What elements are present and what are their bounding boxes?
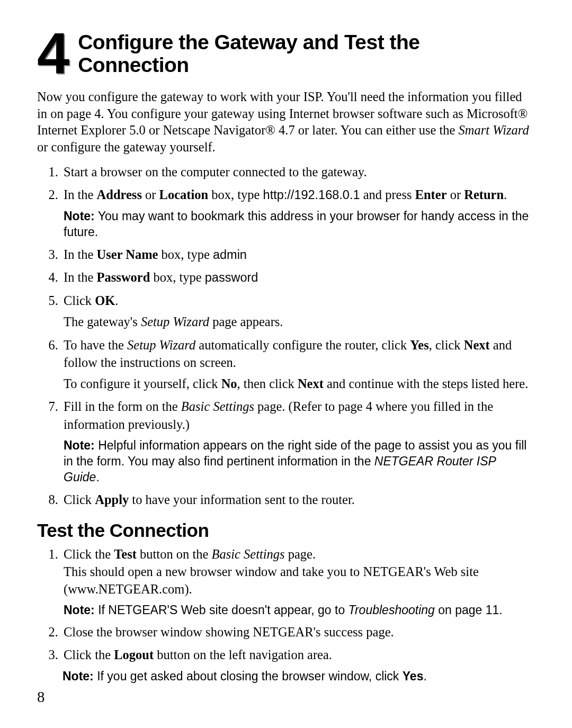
- t: Setup Wizard: [141, 314, 209, 329]
- t: Apply: [95, 492, 129, 507]
- t: Setup Wizard: [127, 338, 195, 352]
- step-2-note: Note: You may want to bookmark this addr…: [64, 208, 535, 240]
- t: to have your information sent to the rou…: [129, 492, 355, 507]
- t: , then click: [237, 376, 298, 391]
- steps-list-a: Start a browser on the computer connecte…: [37, 163, 535, 508]
- note-italic: Troubleshooting: [348, 603, 435, 617]
- note-label: Note:: [64, 438, 95, 452]
- t: Yes: [403, 669, 424, 683]
- note-text: on page 11.: [435, 603, 503, 617]
- steps-list-b: Click the Test button on the Basic Setti…: [37, 545, 535, 664]
- test-step-3: Click the Logout button on the left navi…: [61, 646, 535, 663]
- t: Test: [114, 547, 137, 561]
- t: To have the: [64, 338, 127, 352]
- t: Basic Settings: [211, 547, 284, 561]
- step-1: Start a browser on the computer connecte…: [61, 163, 535, 181]
- step-6: To have the Setup Wizard automatically c…: [61, 336, 535, 393]
- t: and continue with the steps listed here.: [324, 376, 528, 391]
- t: box, type: [208, 187, 263, 202]
- section-title: Configure the Gateway and Test the Conne…: [78, 29, 535, 77]
- t: .: [423, 669, 426, 683]
- t: Logout: [114, 648, 154, 662]
- t: Yes: [410, 338, 428, 352]
- step-7-note: Note: Helpful information appears on the…: [64, 437, 535, 486]
- intro-text-b: or configure the gateway yourself.: [37, 140, 216, 154]
- note-text: You may want to bookmark this address in…: [64, 209, 529, 239]
- t: .: [504, 187, 507, 202]
- section-header: 4 Configure the Gateway and Test the Con…: [37, 29, 535, 77]
- t: or: [142, 187, 159, 202]
- step-2: In the Address or Location box, type htt…: [61, 186, 535, 240]
- page-number: 8: [37, 688, 45, 706]
- t: Click the: [64, 547, 114, 561]
- t: page.: [285, 547, 316, 561]
- t: In the: [64, 187, 97, 202]
- t: .: [115, 293, 118, 308]
- intro-smart-wizard: Smart Wizard: [459, 123, 529, 137]
- t: The gateway's: [64, 314, 141, 329]
- t: Click: [64, 293, 95, 308]
- step-4: In the Password box, type password: [61, 268, 535, 286]
- footer-note: Note: If you get asked about closing the…: [62, 669, 535, 685]
- t: admin: [213, 248, 247, 262]
- t: Address: [97, 187, 142, 202]
- t: No: [221, 376, 237, 391]
- step-8: Click Apply to have your information sen…: [61, 491, 535, 508]
- t: button on the: [137, 547, 212, 561]
- intro-text-a: Now you configure the gateway to work wi…: [37, 89, 528, 138]
- test-step-1-note: Note: If NETGEAR'S Web site doesn't appe…: [64, 602, 535, 618]
- section-number: 4: [37, 30, 68, 76]
- subheading: Test the Connection: [37, 520, 535, 541]
- step-5-sub: The gateway's Setup Wizard page appears.: [64, 313, 535, 331]
- t: Next: [298, 376, 324, 391]
- note-text: If NETGEAR'S Web site doesn't appear, go…: [95, 603, 348, 617]
- note-label: Note:: [62, 669, 94, 683]
- t: In the: [64, 247, 97, 262]
- t: Next: [464, 338, 490, 352]
- t: and press: [360, 187, 415, 202]
- t: Location: [159, 187, 209, 202]
- t: OK: [95, 293, 115, 308]
- t: If you get asked about closing the brows…: [94, 669, 403, 683]
- step-6-sub: To configure it yourself, click No, then…: [64, 375, 535, 393]
- t: box, type: [158, 247, 212, 262]
- t: Password: [97, 270, 150, 284]
- step-3: In the User Name box, type admin: [61, 246, 535, 264]
- t: button on the left navigation area.: [154, 648, 332, 662]
- test-step-2: Close the browser window showing NETGEAR…: [61, 623, 535, 641]
- step-5: Click OK. The gateway's Setup Wizard pag…: [61, 292, 535, 331]
- t: Enter: [415, 187, 447, 202]
- t: In the: [64, 270, 97, 284]
- page: 4 Configure the Gateway and Test the Con…: [0, 0, 572, 728]
- t: Click the: [64, 648, 114, 662]
- note-label: Note:: [64, 603, 95, 617]
- test-step-1-sub: This should open a new browser window an…: [64, 563, 535, 598]
- t: box, type: [150, 270, 204, 284]
- t: automatically configure the router, clic…: [195, 338, 410, 352]
- t: or: [447, 187, 464, 202]
- t: To configure it yourself, click: [64, 376, 221, 391]
- intro-paragraph: Now you configure the gateway to work wi…: [37, 88, 535, 156]
- t: Return: [464, 187, 504, 202]
- t: page appears.: [209, 314, 283, 329]
- note-label: Note:: [64, 209, 95, 223]
- t: Basic Settings: [181, 399, 254, 414]
- note-text: .: [96, 470, 99, 484]
- t: , click: [429, 338, 464, 352]
- t: User Name: [97, 247, 158, 262]
- test-step-1: Click the Test button on the Basic Setti…: [61, 545, 535, 618]
- t: Fill in the form on the: [64, 399, 181, 414]
- t: password: [205, 271, 258, 284]
- step-7: Fill in the form on the Basic Settings p…: [61, 398, 535, 485]
- t: Click: [64, 492, 95, 507]
- url-text: http://192.168.0.1: [263, 188, 360, 202]
